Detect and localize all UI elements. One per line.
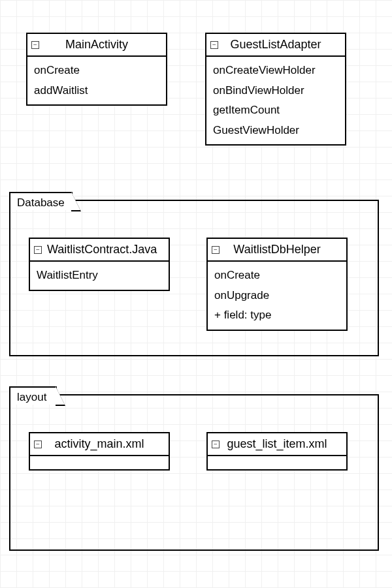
class-title: GuestListAdapter <box>212 38 340 52</box>
class-title: activity_main.xml <box>35 437 163 451</box>
package-database[interactable]: Database − WaitlistContract.Java Waitlis… <box>9 200 379 356</box>
class-header: − guest_list_item.xml <box>208 433 346 456</box>
package-label: Database <box>17 196 65 209</box>
class-guest-list-item-xml[interactable]: − guest_list_item.xml <box>206 432 348 471</box>
class-waitlist-contract[interactable]: − WaitlistContract.Java WaitlistEntry <box>29 238 170 291</box>
class-header: − GuestListAdapter <box>206 34 345 57</box>
class-header: − activity_main.xml <box>30 433 169 456</box>
class-header: − WaitlistContract.Java <box>30 239 169 262</box>
class-member: onCreate <box>34 61 159 81</box>
class-member: WaitlistEntry <box>37 266 162 286</box>
class-guest-list-adapter[interactable]: − GuestListAdapter onCreateViewHolder on… <box>205 33 346 146</box>
class-member: onCreateViewHolder <box>213 61 338 81</box>
class-member: getItemCount <box>213 101 338 121</box>
class-body <box>30 456 169 469</box>
class-member: onCreate <box>214 266 340 286</box>
package-layout[interactable]: layout − activity_main.xml − guest_list_… <box>9 394 379 551</box>
class-activity-main-xml[interactable]: − activity_main.xml <box>29 432 170 471</box>
collapse-icon[interactable]: − <box>212 246 220 254</box>
class-body <box>208 456 346 469</box>
collapse-icon[interactable]: − <box>212 441 220 448</box>
class-body: onCreate addWaitlist <box>27 57 166 104</box>
class-member: onBindViewHolder <box>213 81 338 101</box>
class-member: GuestViewHolder <box>213 121 338 141</box>
class-member: addWaitlist <box>34 81 159 101</box>
class-header: − WaitlistDbHelper <box>208 239 346 262</box>
collapse-icon[interactable]: − <box>210 41 218 49</box>
package-label: layout <box>17 391 46 404</box>
class-title: WaitlistDbHelper <box>213 243 341 256</box>
class-body: WaitlistEntry <box>30 262 169 290</box>
class-title: guest_list_item.xml <box>213 437 341 451</box>
class-body: onCreateViewHolder onBindViewHolder getI… <box>206 57 345 144</box>
class-title: MainActivity <box>33 38 161 52</box>
class-member: onUpgrade <box>214 286 340 306</box>
class-waitlist-db-helper[interactable]: − WaitlistDbHelper onCreate onUpgrade + … <box>206 238 348 331</box>
package-tab: Database <box>9 192 73 210</box>
diagram-canvas: − MainActivity onCreate addWaitlist − Gu… <box>0 0 392 588</box>
collapse-icon[interactable]: − <box>31 41 39 49</box>
collapse-icon[interactable]: − <box>34 441 42 448</box>
class-header: − MainActivity <box>27 34 166 57</box>
class-main-activity[interactable]: − MainActivity onCreate addWaitlist <box>26 33 167 106</box>
package-tab: layout <box>9 386 57 405</box>
collapse-icon[interactable]: − <box>34 246 42 254</box>
class-member: + field: type <box>214 305 340 326</box>
class-body: onCreate onUpgrade + field: type <box>208 262 346 330</box>
class-title: WaitlistContract.Java <box>47 243 163 256</box>
